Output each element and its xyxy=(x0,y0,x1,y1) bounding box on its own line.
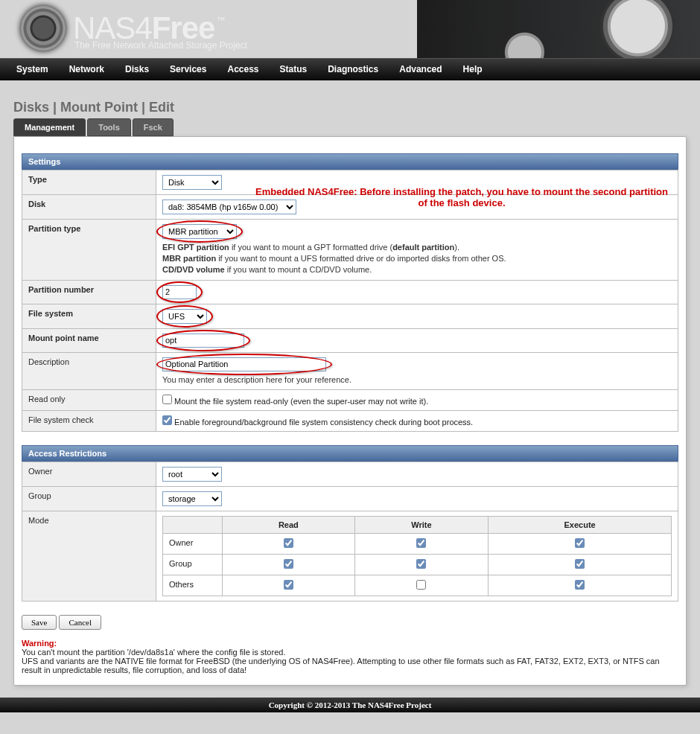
input-partition-number[interactable] xyxy=(162,285,197,299)
label-pnum: Partition number xyxy=(22,280,156,304)
checkbox-fsck[interactable] xyxy=(162,415,172,425)
label-owner: Owner xyxy=(22,462,156,487)
row-group: Group xyxy=(163,555,223,575)
perm-group-exec[interactable] xyxy=(575,559,585,569)
brand-slogan: The Free Network Attached Storage Projec… xyxy=(74,40,247,51)
tab-tools[interactable]: Tools xyxy=(87,118,131,136)
logo-icon xyxy=(21,6,66,51)
tab-fsck[interactable]: Fsck xyxy=(133,118,174,136)
caption-readonly: Mount the file system read-only (even th… xyxy=(174,397,428,406)
settings-table: Type Disk Disk da8: 3854MB (hp v165w 0.0… xyxy=(22,170,678,432)
label-ptype: Partition type xyxy=(22,220,156,281)
label-desc: Description xyxy=(22,352,156,390)
nav-diagnostics[interactable]: Diagnostics xyxy=(328,64,378,74)
form-panel: Settings Type Disk Disk da8: 3854MB (hp … xyxy=(13,136,687,686)
input-description[interactable] xyxy=(162,357,326,371)
nav-disks[interactable]: Disks xyxy=(125,64,149,74)
warning-block: Warning: You can't mount the partition '… xyxy=(22,639,678,674)
save-button[interactable]: Save xyxy=(22,615,57,630)
perm-group-write[interactable] xyxy=(416,559,426,569)
caption-fsck: Enable foreground/background file system… xyxy=(174,418,473,427)
select-type[interactable]: Disk xyxy=(162,175,222,190)
help-desc: You may enter a description here for you… xyxy=(162,374,672,386)
warning-head: Warning: xyxy=(22,639,57,648)
subtabs: Management Tools Fsck xyxy=(13,118,687,136)
section-access: Access Restrictions xyxy=(22,445,678,462)
input-mountpoint-name[interactable] xyxy=(162,334,244,348)
select-filesystem[interactable]: UFS xyxy=(162,309,207,324)
nav-help[interactable]: Help xyxy=(463,64,483,74)
checkbox-readonly[interactable] xyxy=(162,395,172,404)
warning-l2: UFS and variants are the NATIVE file for… xyxy=(22,657,660,674)
perm-owner-read[interactable] xyxy=(284,538,293,548)
col-write: Write xyxy=(354,517,489,534)
col-read: Read xyxy=(223,517,355,534)
select-partition-type[interactable]: MBR partition xyxy=(162,224,237,239)
label-mpname: Mount point name xyxy=(22,328,156,352)
perm-owner-exec[interactable] xyxy=(575,538,585,548)
breadcrumb: Disks | Mount Point | Edit xyxy=(13,100,687,115)
tab-management[interactable]: Management xyxy=(13,118,86,136)
label-type: Type xyxy=(22,170,156,195)
label-group: Group xyxy=(22,487,156,511)
label-fsck: File system check xyxy=(22,411,156,432)
nav-services[interactable]: Services xyxy=(170,64,206,74)
help-ptype: EFI GPT partition if you want to mount a… xyxy=(162,242,672,275)
nav-system[interactable]: System xyxy=(16,64,48,74)
nav-access[interactable]: Access xyxy=(227,64,258,74)
header-art xyxy=(417,0,700,58)
select-group[interactable]: storage xyxy=(162,491,222,506)
footer: Copyright © 2012-2013 The NAS4Free Proje… xyxy=(0,698,700,712)
section-settings: Settings xyxy=(22,153,678,170)
embed-notice: Embedded NAS4Free: Before installing the… xyxy=(253,186,670,208)
permissions-grid: Read Write Execute Owner Group xyxy=(162,516,672,596)
label-readonly: Read only xyxy=(22,390,156,411)
access-table: Owner root Group storage Mode xyxy=(22,462,678,601)
row-owner: Owner xyxy=(163,534,223,555)
label-mode: Mode xyxy=(22,511,156,601)
row-others: Others xyxy=(163,575,223,596)
nav-network[interactable]: Network xyxy=(69,64,104,74)
label-fs: File system xyxy=(22,304,156,328)
warning-l1: You can't mount the partition '/dev/da8s… xyxy=(22,648,285,657)
perm-others-exec[interactable] xyxy=(575,580,585,590)
perm-group-read[interactable] xyxy=(284,559,293,569)
header-banner: NAS4Free™ The Free Network Attached Stor… xyxy=(0,0,700,58)
select-owner[interactable]: root xyxy=(162,467,222,482)
cancel-button[interactable]: Cancel xyxy=(59,615,101,630)
perm-others-read[interactable] xyxy=(284,580,293,590)
nav-advanced[interactable]: Advanced xyxy=(399,64,442,74)
main-nav: System Network Disks Services Access Sta… xyxy=(0,58,700,80)
brand-tm: ™ xyxy=(216,15,224,25)
nav-status[interactable]: Status xyxy=(280,64,308,74)
perm-others-write[interactable] xyxy=(416,580,426,590)
label-disk: Disk xyxy=(22,195,156,220)
col-exec: Execute xyxy=(489,517,672,534)
perm-owner-write[interactable] xyxy=(416,538,426,548)
